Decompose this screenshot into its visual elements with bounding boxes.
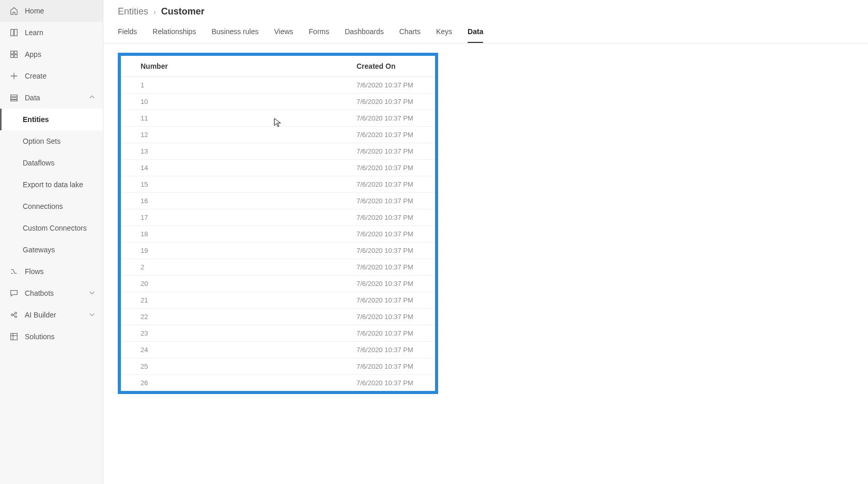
sidebar-item-option-sets[interactable]: Option Sets [0,130,103,152]
table-row[interactable]: 227/6/2020 10:37 PM [121,309,435,325]
solutions-icon [9,332,19,341]
cell-number: 21 [141,296,357,304]
sidebar-item-label: Solutions [25,332,55,341]
chevron-right-icon: › [153,8,156,16]
sidebar-item-solutions[interactable]: Solutions [0,326,103,347]
tab-charts[interactable]: Charts [399,27,421,43]
cell-number: 12 [141,131,357,139]
tab-fields[interactable]: Fields [118,27,137,43]
tab-keys[interactable]: Keys [436,27,452,43]
table-row[interactable]: 197/6/2020 10:37 PM [121,243,435,259]
chat-icon [9,289,19,298]
sidebar: Home Learn Apps Create Data Entities Opt… [0,0,103,484]
cell-created-on: 7/6/2020 10:37 PM [357,329,435,337]
tab-forms[interactable]: Forms [309,27,330,43]
table-row[interactable]: 237/6/2020 10:37 PM [121,325,435,342]
cell-created-on: 7/6/2020 10:37 PM [357,296,435,304]
table-row[interactable]: 147/6/2020 10:37 PM [121,160,435,176]
cell-number: 23 [141,329,357,337]
table-row[interactable]: 127/6/2020 10:37 PM [121,127,435,143]
sidebar-item-ai-builder[interactable]: AI Builder [0,304,103,326]
table-row[interactable]: 27/6/2020 10:37 PM [121,259,435,276]
apps-icon [9,50,19,59]
cell-created-on: 7/6/2020 10:37 PM [357,362,435,370]
tab-dashboards[interactable]: Dashboards [345,27,384,43]
cell-number: 20 [141,280,357,288]
sidebar-item-label: Dataflows [23,159,54,167]
table-row[interactable]: 187/6/2020 10:37 PM [121,226,435,243]
ai-icon [9,310,19,320]
cell-number: 2 [141,263,357,271]
sidebar-item-label: Gateways [23,246,55,254]
cell-number: 17 [141,214,357,221]
tab-views[interactable]: Views [274,27,293,43]
svg-rect-0 [11,51,13,54]
table-row[interactable]: 107/6/2020 10:37 PM [121,94,435,110]
cell-created-on: 7/6/2020 10:37 PM [357,313,435,321]
sidebar-item-label: Chatbots [25,289,54,297]
cell-created-on: 7/6/2020 10:37 PM [357,230,435,238]
table-row[interactable]: 157/6/2020 10:37 PM [121,176,435,193]
tab-relationships[interactable]: Relationships [152,27,196,43]
sidebar-item-gateways[interactable]: Gateways [0,239,103,261]
sidebar-item-chatbots[interactable]: Chatbots [0,282,103,304]
table-row[interactable]: 247/6/2020 10:37 PM [121,342,435,358]
table-row[interactable]: 17/6/2020 10:37 PM [121,77,435,94]
cell-number: 14 [141,164,357,172]
sidebar-item-flows[interactable]: Flows [0,261,103,282]
chevron-up-icon [88,94,96,102]
table-row[interactable]: 207/6/2020 10:37 PM [121,276,435,292]
sidebar-item-apps[interactable]: Apps [0,43,103,65]
home-icon [9,6,19,16]
cell-number: 24 [141,346,357,354]
table-row[interactable]: 167/6/2020 10:37 PM [121,193,435,209]
sidebar-item-custom-connectors[interactable]: Custom Connectors [0,217,103,239]
main-content: Entities › Customer Fields Relationships… [103,0,868,484]
table-row[interactable]: 217/6/2020 10:37 PM [121,292,435,309]
tab-data[interactable]: Data [468,27,483,43]
sidebar-item-entities[interactable]: Entities [0,109,103,130]
tab-business-rules[interactable]: Business rules [211,27,258,43]
column-header-number[interactable]: Number [141,62,357,70]
svg-point-7 [11,314,13,316]
cell-created-on: 7/6/2020 10:37 PM [357,114,435,122]
table-row[interactable]: 257/6/2020 10:37 PM [121,358,435,375]
cell-number: 18 [141,230,357,238]
sidebar-item-data[interactable]: Data [0,87,103,109]
breadcrumb-root[interactable]: Entities [118,6,148,17]
sidebar-item-export-lake[interactable]: Export to data lake [0,174,103,195]
svg-rect-3 [14,55,17,57]
sidebar-item-dataflows[interactable]: Dataflows [0,152,103,174]
plus-icon [9,71,19,81]
cell-number: 10 [141,98,357,105]
flow-icon [9,267,19,276]
cell-number: 19 [141,247,357,254]
book-icon [9,28,19,37]
svg-rect-1 [14,51,17,54]
cell-created-on: 7/6/2020 10:37 PM [357,379,435,387]
sidebar-item-label: Connections [23,202,63,210]
data-icon [9,93,19,102]
cell-created-on: 7/6/2020 10:37 PM [357,98,435,105]
sidebar-item-create[interactable]: Create [0,65,103,87]
sidebar-item-label: Entities [23,115,49,124]
cell-created-on: 7/6/2020 10:37 PM [357,346,435,354]
breadcrumb: Entities › Customer [103,0,868,19]
table-row[interactable]: 267/6/2020 10:37 PM [121,375,435,391]
cell-number: 16 [141,197,357,205]
data-table-highlight: Number Created On 17/6/2020 10:37 PM107/… [118,53,438,394]
table-header: Number Created On [121,56,435,77]
svg-rect-10 [11,334,18,340]
table-row[interactable]: 137/6/2020 10:37 PM [121,143,435,160]
sidebar-item-home[interactable]: Home [0,0,103,22]
cell-created-on: 7/6/2020 10:37 PM [357,164,435,172]
entity-tabs: Fields Relationships Business rules View… [103,19,868,43]
sidebar-item-label: Export to data lake [23,180,83,189]
sidebar-item-label: Home [25,7,44,15]
sidebar-item-learn[interactable]: Learn [0,22,103,43]
column-header-created-on[interactable]: Created On [357,62,435,70]
cell-created-on: 7/6/2020 10:37 PM [357,81,435,89]
cell-created-on: 7/6/2020 10:37 PM [357,280,435,288]
sidebar-item-connections[interactable]: Connections [0,195,103,217]
table-row[interactable]: 177/6/2020 10:37 PM [121,209,435,226]
